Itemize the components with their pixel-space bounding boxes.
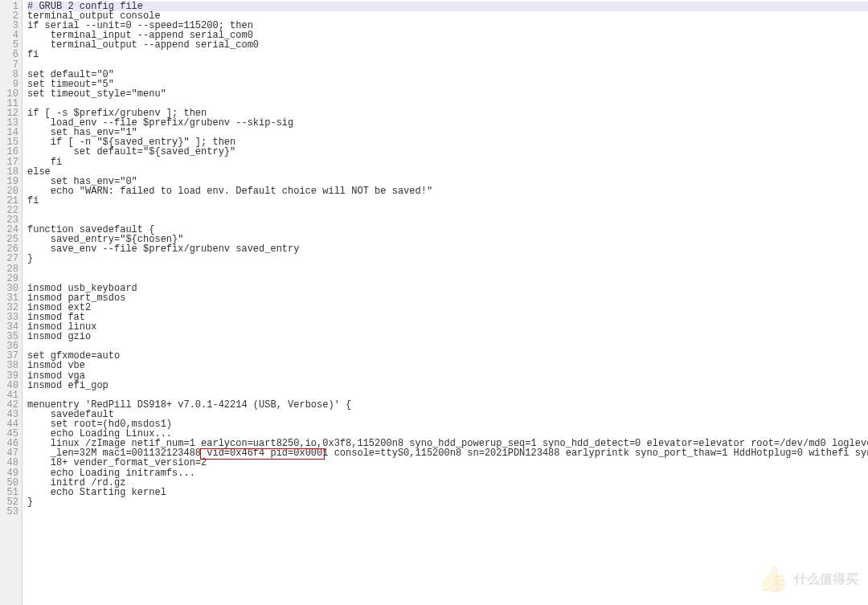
code-line[interactable]	[27, 60, 868, 70]
code-line[interactable]: insmod part_msdos	[27, 293, 868, 303]
code-line[interactable]: set default="${saved_entry}"	[27, 147, 868, 157]
code-line[interactable]: echo Loading initramfs...	[27, 468, 868, 478]
line-number: 8	[2, 70, 18, 80]
code-line[interactable]: insmod ext2	[27, 303, 868, 313]
line-number: 50	[2, 478, 18, 488]
line-number: 51	[2, 488, 18, 497]
code-line[interactable]: echo "WARN: failed to load env. Default …	[27, 186, 868, 196]
code-line[interactable]: set timeout_style="menu"	[27, 89, 868, 99]
line-number: 7	[2, 60, 18, 70]
code-line[interactable]	[27, 274, 868, 284]
code-line[interactable]: insmod vbe	[27, 361, 868, 370]
line-number: 40	[2, 381, 18, 390]
line-number: 16	[2, 147, 18, 157]
line-number: 30	[2, 284, 18, 293]
code-line[interactable]: insmod efi_gop	[27, 381, 868, 390]
code-line[interactable]	[27, 264, 868, 274]
code-line[interactable]: set has_env="0"	[27, 177, 868, 186]
code-line[interactable]: set default="0"	[27, 70, 868, 80]
code-line[interactable]: fi	[27, 196, 868, 206]
line-number: 17	[2, 157, 18, 167]
code-line[interactable]: insmod gzio	[27, 332, 868, 341]
code-line[interactable]	[27, 526, 868, 536]
code-line[interactable]: set gfxmode=auto	[27, 351, 868, 361]
code-line[interactable]: insmod linux	[27, 322, 868, 332]
code-line[interactable]	[27, 341, 868, 351]
code-line[interactable]: insmod fat	[27, 313, 868, 322]
code-line[interactable]	[27, 517, 868, 526]
code-line[interactable]: insmod usb_keyboard	[27, 284, 868, 293]
line-number: 49	[2, 468, 18, 478]
code-line[interactable]: 18+ vender_format_version=2	[27, 458, 868, 468]
line-number: 28	[2, 264, 18, 274]
line-number: 29	[2, 274, 18, 284]
code-line[interactable]: save_env --file $prefix/grubenv saved_en…	[27, 244, 868, 254]
code-line[interactable]: insmod vga	[27, 371, 868, 381]
line-number: 48	[2, 458, 18, 468]
line-number-gutter: 1234567891011121314151617181920212223242…	[0, 0, 23, 605]
code-line[interactable]	[27, 507, 868, 517]
code-line[interactable]: load_env --file $prefix/grubenv --skip-s…	[27, 118, 868, 128]
code-line[interactable]: initrd /rd.gz	[27, 478, 868, 488]
line-number: 27	[2, 254, 18, 264]
code-line[interactable]: menuentry 'RedPill DS918+ v7.0.1-42214 (…	[27, 400, 868, 410]
code-line[interactable]: }	[27, 254, 868, 264]
code-line[interactable]: fi	[27, 50, 868, 59]
code-line[interactable]: fi	[27, 157, 868, 167]
line-number: 19	[2, 177, 18, 186]
code-line[interactable]: echo Starting kernel	[27, 488, 868, 497]
code-line[interactable]	[27, 206, 868, 215]
code-line[interactable]: else	[27, 167, 868, 177]
line-number: 39	[2, 371, 18, 381]
code-line[interactable]: }	[27, 497, 868, 507]
line-number: 6	[2, 50, 18, 59]
line-number: 38	[2, 361, 18, 370]
line-number: 53	[2, 507, 18, 517]
code-area[interactable]: # GRUB 2 config fileterminal_output cons…	[23, 0, 868, 605]
code-line[interactable]: terminal_output --append serial_com0	[27, 40, 868, 50]
code-editor: 1234567891011121314151617181920212223242…	[0, 0, 868, 605]
line-number: 18	[2, 167, 18, 177]
